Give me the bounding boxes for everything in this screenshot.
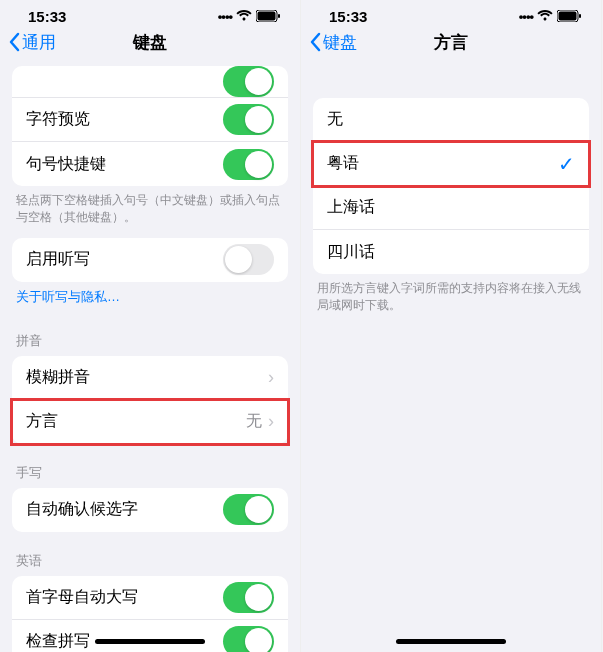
toggle-dictation[interactable] [223,244,274,275]
row-auto-confirm-candidate[interactable]: 自动确认候选字 [12,488,288,532]
back-button[interactable]: 通用 [8,31,56,54]
toggle-period-shortcut[interactable] [223,149,274,180]
option-label: 粤语 [327,153,359,174]
row-period-shortcut[interactable]: 句号快捷键 [12,142,288,186]
back-label: 键盘 [323,31,357,54]
option-label: 上海话 [327,197,375,218]
row-label: 句号快捷键 [26,154,106,175]
nav-bar: 通用 键盘 [0,20,300,64]
chevron-right-icon: › [268,367,274,388]
option-label: 无 [327,109,343,130]
row-label: 启用听写 [26,249,90,270]
group-footer: 轻点两下空格键插入句号（中文键盘）或插入句点与空格（其他键盘）。 [0,186,300,232]
checkmark-icon: ✓ [558,152,575,176]
list-dictation: 启用听写 [12,238,288,282]
row-partial[interactable] [12,66,288,98]
svg-rect-5 [579,14,581,18]
group-header: 英语 [0,538,300,576]
toggle-auto-capitalize[interactable] [223,582,274,613]
nav-title: 方言 [434,31,468,54]
row-label: 首字母自动大写 [26,587,138,608]
status-bar: 15:33 •••• [301,0,601,20]
back-label: 通用 [22,31,56,54]
home-indicator[interactable] [95,639,205,644]
row-label: 方言 [26,411,58,432]
chevron-right-icon: › [268,411,274,432]
nav-bar: 键盘 方言 [301,20,601,64]
toggle-check-spelling[interactable] [223,626,274,652]
chevron-left-icon [309,32,321,52]
row-label: 自动确认候选字 [26,499,138,520]
group-pinyin: 拼音 模糊拼音 › 方言 无 › [0,318,300,444]
list-top: 字符预览 句号快捷键 [12,66,288,186]
group-dialect-options: 无 粤语 ✓ 上海话 四川话 用所选方言键入字词所需的支持内容将在接入无线局域网… [301,98,601,320]
option-shanghainese[interactable]: 上海话 [313,186,589,230]
group-header: 拼音 [0,318,300,356]
svg-rect-2 [278,14,280,18]
row-check-spelling[interactable]: 检查拼写 [12,620,288,652]
row-dialect[interactable]: 方言 无 › [12,400,288,444]
toggle[interactable] [223,66,274,97]
screen-dialect: 15:33 •••• 键盘 方言 无 粤语 ✓ 上海话 四川话 [301,0,602,652]
back-button[interactable]: 键盘 [309,31,357,54]
home-indicator[interactable] [396,639,506,644]
row-label: 模糊拼音 [26,367,90,388]
option-none[interactable]: 无 [313,98,589,142]
list-pinyin: 模糊拼音 › 方言 无 › [12,356,288,444]
option-sichuanese[interactable]: 四川话 [313,230,589,274]
row-auto-capitalize[interactable]: 首字母自动大写 [12,576,288,620]
nav-title: 键盘 [133,31,167,54]
row-character-preview[interactable]: 字符预览 [12,98,288,142]
toggle-character-preview[interactable] [223,104,274,135]
chevron-left-icon [8,32,20,52]
group-header: 手写 [0,450,300,488]
option-cantonese[interactable]: 粤语 ✓ [313,142,589,186]
screen-keyboard-settings: 15:33 •••• 通用 键盘 字符预览 句号快捷键 [0,0,301,652]
row-value: 无 [246,411,262,432]
list-handwriting: 自动确认候选字 [12,488,288,532]
group-handwriting: 手写 自动确认候选字 [0,450,300,532]
row-enable-dictation[interactable]: 启用听写 [12,238,288,282]
group-english: 英语 首字母自动大写 检查拼写 输入预测 滑行键入时逐词删除 [0,538,300,652]
toggle-auto-confirm[interactable] [223,494,274,525]
status-bar: 15:33 •••• [0,0,300,20]
group-dictation: 启用听写 关于听写与隐私… [0,238,300,312]
group-footer: 用所选方言键入字词所需的支持内容将在接入无线局域网时下载。 [301,274,601,320]
list-dialect-options: 无 粤语 ✓ 上海话 四川话 [313,98,589,274]
row-label: 字符预览 [26,109,90,130]
dictation-privacy-link[interactable]: 关于听写与隐私… [0,282,300,312]
group-top: 字符预览 句号快捷键 轻点两下空格键插入句号（中文键盘）或插入句点与空格（其他键… [0,66,300,232]
row-fuzzy-pinyin[interactable]: 模糊拼音 › [12,356,288,400]
row-label: 检查拼写 [26,631,90,652]
option-label: 四川话 [327,242,375,263]
